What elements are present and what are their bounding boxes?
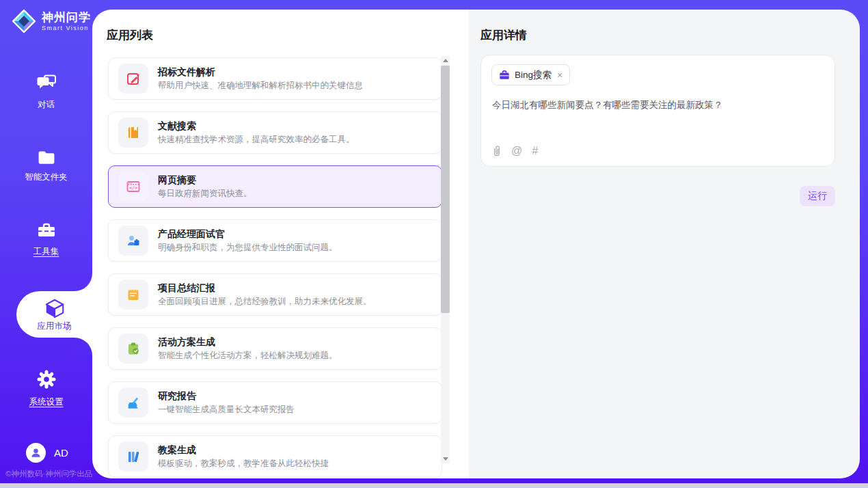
- app-detail-panel: 应用详情 Bing搜索 × 今日湖北有哪些新闻要点？有哪些需要关注的最新政策？: [469, 10, 860, 478]
- app-texts: 教案生成 模板驱动，教案秒成，教学准备从此轻松快捷: [158, 444, 329, 469]
- scroll-down-arrow[interactable]: [441, 455, 450, 463]
- brand-text: 神州问学 Smart Vision: [42, 11, 91, 31]
- app-list: 招标文件解析 帮助用户快速、准确地理解和解析招标书中的关键信息: [108, 57, 442, 478]
- webpage-code-icon: </>: [126, 179, 141, 194]
- app-detail-title: 应用详情: [480, 27, 527, 43]
- bump-top-fillet: [74, 273, 92, 291]
- triangle-up-icon: [443, 59, 448, 62]
- app-list-item[interactable]: 研究报告 一键智能生成高质量长文本研究报告: [108, 381, 442, 424]
- composer-card[interactable]: Bing搜索 × 今日湖北有哪些新闻要点？有哪些需要关注的最新政策？ @ #: [480, 55, 835, 167]
- sidebar-item-label: 对话: [0, 99, 92, 111]
- sidebar-item-chat[interactable]: 对话: [0, 74, 92, 111]
- chat-icon: [36, 74, 57, 92]
- sidebar-item-toolset[interactable]: 工具集: [0, 221, 92, 258]
- sidebar-item-settings[interactable]: 系统设置: [0, 369, 92, 408]
- sidebar-item-smart-folder[interactable]: 智能文件夹: [0, 149, 92, 183]
- brand-name: 神州问学: [42, 11, 91, 25]
- app-name: 产品经理面试官: [158, 228, 338, 240]
- app-list-panel: 应用列表 招标文件解析 帮助用户快速、准确地理解和解析招标书: [92, 10, 469, 478]
- app-list-title: 应用列表: [107, 27, 153, 43]
- app-icon-tile: [118, 64, 148, 94]
- sidebar-item-label: 工具集: [0, 246, 92, 258]
- book-icon: [126, 125, 141, 140]
- app-desc: 明确身份和职责，为您提供专业性的面试问题。: [158, 243, 338, 253]
- app-texts: 文献搜索 快速精准查找学术资源，提高研究效率的必备工具。: [158, 120, 355, 145]
- app-list-item-selected[interactable]: </> 网页摘要 每日政府新闻资讯快查。: [108, 165, 442, 208]
- app-texts: 网页摘要 每日政府新闻资讯快查。: [158, 174, 252, 199]
- sidebar: 神州问学 Smart Vision 对话 智能文件夹: [0, 0, 92, 483]
- app-name: 项目总结汇报: [158, 282, 372, 294]
- app-desc: 每日政府新闻资讯快查。: [158, 189, 252, 199]
- tool-chip-label: Bing搜索: [515, 69, 552, 81]
- app-texts: 活动方案生成 智能生成个性化活动方案，轻松解决规划难题。: [158, 336, 338, 361]
- content-area: 应用列表 招标文件解析 帮助用户快速、准确地理解和解析招标书: [92, 10, 860, 478]
- app-desc: 智能生成个性化活动方案，轻松解决规划难题。: [158, 351, 338, 361]
- sticky-note-icon: [126, 287, 141, 302]
- bump-bottom-fillet: [74, 338, 92, 355]
- sidebar-item-label: 系统设置: [0, 396, 92, 408]
- app-name: 活动方案生成: [158, 336, 338, 348]
- app-texts: 项目总结汇报 全面回顾项目进展，总结经验教训，助力未来优化发展。: [158, 282, 372, 307]
- app-icon-tile: </>: [118, 172, 148, 202]
- app-texts: 招标文件解析 帮助用户快速、准确地理解和解析招标书中的关键信息: [158, 66, 363, 91]
- research-report-icon: [126, 395, 141, 410]
- scrollbar-thumb[interactable]: [441, 66, 450, 313]
- diamond-logo-icon: [11, 8, 37, 34]
- briefcase-icon: [499, 70, 510, 80]
- app-list-item[interactable]: 招标文件解析 帮助用户快速、准确地理解和解析招标书中的关键信息: [108, 57, 442, 100]
- app-window: 神州问学 Smart Vision 对话 智能文件夹: [0, 0, 868, 488]
- books-icon: [126, 449, 141, 464]
- query-input[interactable]: 今日湖北有哪些新闻要点？有哪些需要关注的最新政策？: [492, 99, 824, 111]
- app-icon-tile: [118, 388, 148, 418]
- app-list-item[interactable]: 项目总结汇报 全面回顾项目进展，总结经验教训，助力未来优化发展。: [108, 273, 442, 316]
- brand-subtitle: Smart Vision: [42, 25, 91, 31]
- app-desc: 模板驱动，教案秒成，教学准备从此轻松快捷: [158, 459, 329, 469]
- sidebar-item-label: 智能文件夹: [0, 172, 92, 183]
- composer-toolbar: @ #: [491, 144, 538, 157]
- folder-icon: [37, 149, 56, 165]
- edit-document-icon: [126, 71, 141, 86]
- svg-text:</>: </>: [129, 185, 137, 191]
- gear-icon: [36, 369, 57, 390]
- tool-chip-bing-search[interactable]: Bing搜索 ×: [491, 64, 570, 85]
- app-icon-tile: [118, 118, 148, 148]
- brand-logo: 神州问学 Smart Vision: [11, 8, 91, 34]
- avatar: [26, 443, 46, 463]
- app-name: 网页摘要: [158, 174, 252, 186]
- list-scrollbar[interactable]: [441, 56, 450, 463]
- scroll-up-arrow[interactable]: [441, 56, 450, 65]
- sidebar-item-label: 应用市场: [38, 321, 72, 332]
- user-name: AD: [54, 447, 68, 459]
- app-desc: 快速精准查找学术资源，提高研究效率的必备工具。: [158, 135, 355, 145]
- mention-at-icon[interactable]: @: [511, 146, 522, 157]
- app-desc: 帮助用户快速、准确地理解和解析招标书中的关键信息: [158, 81, 363, 91]
- app-icon-tile: [118, 334, 148, 364]
- user-account[interactable]: AD: [26, 443, 68, 463]
- interviewer-icon: [126, 233, 141, 248]
- copyright-text: ©神州数码·神州问学出品: [5, 469, 92, 479]
- app-texts: 产品经理面试官 明确身份和职责，为您提供专业性的面试问题。: [158, 228, 338, 253]
- cube-icon: [43, 297, 66, 319]
- app-icon-tile: [118, 280, 148, 310]
- app-name: 招标文件解析: [158, 66, 363, 78]
- app-list-item[interactable]: 教案生成 模板驱动，教案秒成，教学准备从此轻松快捷: [108, 435, 442, 478]
- app-frame: 神州问学 Smart Vision 对话 智能文件夹: [0, 0, 868, 483]
- app-desc: 一键智能生成高质量长文本研究报告: [158, 405, 295, 415]
- hashtag-icon[interactable]: #: [532, 146, 538, 157]
- run-button[interactable]: 运行: [800, 186, 835, 206]
- app-list-item[interactable]: 产品经理面试官 明确身份和职责，为您提供专业性的面试问题。: [108, 219, 442, 262]
- chip-close-icon[interactable]: ×: [556, 70, 563, 80]
- app-list-item[interactable]: 活动方案生成 智能生成个性化活动方案，轻松解决规划难题。: [108, 327, 442, 370]
- sidebar-item-app-market[interactable]: 应用市场: [16, 291, 92, 338]
- app-desc: 全面回顾项目进展，总结经验教训，助力未来优化发展。: [158, 297, 372, 307]
- toolbox-icon: [37, 221, 56, 239]
- app-icon-tile: [118, 442, 148, 472]
- app-list-item[interactable]: 文献搜索 快速精准查找学术资源，提高研究效率的必备工具。: [108, 111, 442, 154]
- person-icon: [30, 447, 42, 459]
- app-name: 教案生成: [158, 444, 329, 456]
- paperclip-icon[interactable]: [491, 144, 502, 157]
- triangle-down-icon: [443, 457, 448, 461]
- app-name: 文献搜索: [158, 120, 355, 132]
- clipboard-check-icon: [126, 341, 141, 356]
- app-name: 研究报告: [158, 390, 295, 402]
